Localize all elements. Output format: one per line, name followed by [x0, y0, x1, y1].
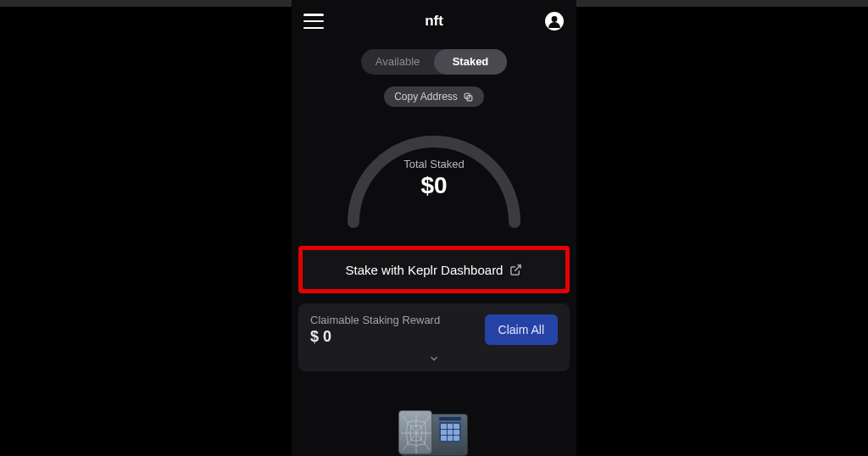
mobile-app-viewport: nft Available Staked Copy Address Total …	[292, 0, 576, 456]
account-icon[interactable]	[544, 11, 565, 31]
expand-rewards-button[interactable]	[310, 353, 558, 364]
claim-all-button[interactable]: Claim All	[485, 314, 558, 345]
svg-line-7	[416, 416, 430, 433]
svg-line-11	[403, 433, 416, 450]
total-staked-gauge: Total Staked $0	[292, 110, 576, 246]
app-title: nft	[425, 13, 443, 30]
svg-line-9	[416, 433, 430, 450]
total-staked-label: Total Staked	[292, 158, 576, 170]
stake-button-label: Stake with Keplr Dashboard	[346, 263, 504, 277]
stake-with-keplr-button[interactable]: Stake with Keplr Dashboard	[298, 246, 570, 293]
tab-staked[interactable]: Staked	[434, 49, 507, 75]
claimable-reward-value: $ 0	[310, 328, 440, 346]
stake-tabs: Available Staked	[361, 49, 507, 75]
cobweb-icon	[399, 411, 433, 455]
external-link-icon	[509, 264, 522, 276]
svg-line-5	[403, 416, 416, 433]
menu-icon[interactable]	[303, 14, 324, 29]
svg-point-1	[552, 16, 558, 22]
copy-address-label: Copy Address	[394, 91, 458, 103]
total-staked-value: $0	[292, 172, 576, 199]
vault-illustration	[292, 405, 576, 456]
app-header: nft	[292, 0, 576, 42]
svg-line-4	[515, 264, 521, 270]
claimable-reward-card: Claimable Staking Reward $ 0 Claim All	[298, 303, 570, 371]
tab-available[interactable]: Available	[361, 49, 434, 75]
chevron-down-icon	[426, 353, 442, 364]
copy-icon	[463, 92, 474, 103]
claimable-reward-label: Claimable Staking Reward	[310, 314, 440, 326]
